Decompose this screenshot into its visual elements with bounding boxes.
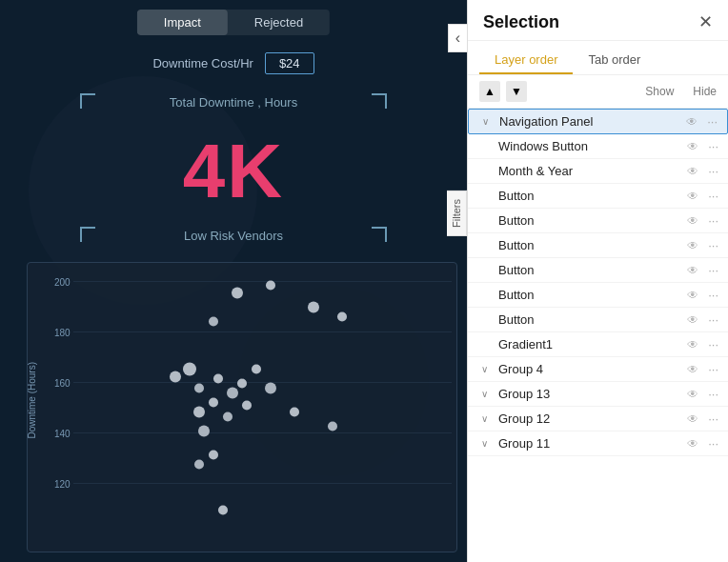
layer-name: Button	[498, 288, 681, 302]
sort-up-button[interactable]: ▲	[479, 81, 500, 102]
layer-item[interactable]: Button👁···	[468, 184, 728, 209]
svg-text:140: 140	[54, 429, 71, 439]
sort-down-button[interactable]: ▼	[506, 81, 527, 102]
panel-header: Selection ✕	[468, 0, 728, 41]
eye-icon[interactable]: 👁	[687, 388, 698, 401]
show-label: Show	[645, 85, 674, 98]
dots-icon[interactable]: ···	[708, 139, 718, 153]
total-downtime-label: Total Downtime , Hours	[0, 95, 467, 110]
layer-item[interactable]: Windows Button👁···	[468, 134, 728, 159]
svg-text:180: 180	[54, 328, 71, 338]
svg-text:120: 120	[54, 479, 71, 490]
eye-icon[interactable]: 👁	[687, 363, 698, 376]
dots-icon[interactable]: ···	[708, 362, 718, 376]
downtime-label: Downtime Cost/Hr	[152, 56, 253, 70]
chevron-icon: ∨	[481, 413, 493, 424]
svg-point-24	[193, 407, 205, 418]
svg-point-12	[308, 302, 319, 313]
layer-name: Windows Button	[498, 139, 681, 153]
layer-name: Button	[498, 263, 681, 277]
svg-point-22	[265, 383, 276, 394]
low-risk-label: Low Risk Vendors	[0, 229, 467, 243]
eye-icon[interactable]: 👁	[687, 437, 698, 451]
layer-name: Button	[498, 213, 681, 228]
layer-name: Gradient1	[498, 337, 681, 351]
layer-item[interactable]: Gradient1👁···	[468, 332, 728, 357]
tab-tab-order[interactable]: Tab order	[573, 45, 656, 74]
layer-item[interactable]: ∨Group 12👁···	[468, 407, 728, 432]
dots-icon[interactable]: ···	[708, 189, 718, 203]
svg-point-19	[227, 388, 238, 399]
filters-sidebar-tab[interactable]: Filters	[447, 191, 467, 236]
eye-icon[interactable]: 👁	[687, 214, 698, 228]
dots-icon[interactable]: ···	[708, 387, 718, 401]
svg-point-15	[183, 363, 196, 376]
dots-icon[interactable]: ···	[708, 213, 718, 228]
svg-point-18	[213, 374, 223, 384]
svg-point-20	[237, 379, 247, 389]
chevron-icon: ∨	[481, 389, 493, 399]
layer-item[interactable]: ∨Group 13👁···	[468, 382, 728, 407]
layer-item[interactable]: Button👁···	[468, 258, 728, 283]
y-axis-label: Downtime (Hours)	[27, 362, 37, 439]
eye-icon[interactable]: 👁	[687, 264, 698, 277]
panel-nav-arrow[interactable]: ‹	[448, 24, 467, 52]
layer-name: Month & Year	[498, 164, 681, 178]
dots-icon[interactable]: ···	[708, 263, 718, 277]
svg-point-30	[209, 451, 218, 460]
layer-item[interactable]: ∨Group 11👁···	[468, 432, 728, 456]
svg-point-28	[290, 408, 299, 417]
layer-item[interactable]: Button👁···	[468, 209, 728, 233]
chevron-icon: ∨	[482, 116, 494, 127]
svg-point-26	[242, 401, 252, 411]
eye-icon[interactable]: 👁	[687, 239, 698, 252]
eye-icon[interactable]: 👁	[687, 190, 698, 203]
svg-point-16	[170, 371, 181, 383]
layer-list: ∨Navigation Panel👁···Windows Button👁···M…	[468, 109, 728, 562]
dots-icon[interactable]: ···	[708, 288, 718, 302]
layer-name: Button	[498, 238, 681, 252]
dots-icon[interactable]: ···	[708, 164, 718, 178]
svg-point-32	[218, 506, 228, 515]
layer-item[interactable]: ∨Navigation Panel👁···	[468, 109, 728, 134]
eye-icon[interactable]: 👁	[686, 115, 698, 129]
svg-point-29	[328, 422, 337, 432]
dots-icon[interactable]: ···	[708, 337, 718, 351]
big-value: 4K	[0, 133, 467, 210]
close-button[interactable]: ✕	[698, 11, 713, 32]
left-panel: Impact Rejected Downtime Cost/Hr $24 Tot…	[0, 0, 467, 562]
layer-name: Button	[498, 312, 681, 327]
layer-item[interactable]: Button👁···	[468, 308, 728, 332]
svg-point-13	[337, 312, 347, 322]
layer-item[interactable]: Button👁···	[468, 283, 728, 308]
dots-icon[interactable]: ···	[708, 411, 718, 426]
eye-icon[interactable]: 👁	[687, 412, 698, 426]
dots-icon[interactable]: ···	[708, 312, 718, 327]
tab-impact[interactable]: Impact	[137, 10, 228, 35]
dots-icon[interactable]: ···	[708, 436, 718, 451]
layer-name: Group 13	[498, 387, 681, 401]
svg-point-10	[232, 288, 243, 299]
hide-label: Hide	[693, 85, 717, 98]
eye-icon[interactable]: 👁	[687, 338, 698, 351]
dots-icon[interactable]: ···	[707, 114, 718, 129]
layer-name: Group 12	[498, 411, 681, 426]
eye-icon[interactable]: 👁	[687, 289, 698, 302]
right-panel: Selection ✕ Layer order Tab order ▲ ▼ Sh…	[467, 0, 728, 562]
tab-rejected[interactable]: Rejected	[228, 10, 330, 35]
layer-item[interactable]: ∨Group 4👁···	[468, 357, 728, 382]
layer-item[interactable]: Month & Year👁···	[468, 159, 728, 184]
layer-item[interactable]: Button👁···	[468, 233, 728, 258]
tab-layer-order[interactable]: Layer order	[479, 45, 573, 74]
svg-point-14	[209, 317, 218, 327]
show-hide-labels: Show Hide	[645, 85, 717, 98]
eye-icon[interactable]: 👁	[687, 165, 698, 178]
svg-text:160: 160	[54, 378, 71, 389]
eye-icon[interactable]: 👁	[687, 313, 698, 327]
dots-icon[interactable]: ···	[708, 238, 718, 252]
svg-point-21	[252, 365, 261, 374]
eye-icon[interactable]: 👁	[687, 140, 698, 153]
svg-text:200: 200	[54, 277, 71, 288]
svg-point-11	[266, 281, 275, 291]
svg-point-23	[209, 398, 218, 408]
